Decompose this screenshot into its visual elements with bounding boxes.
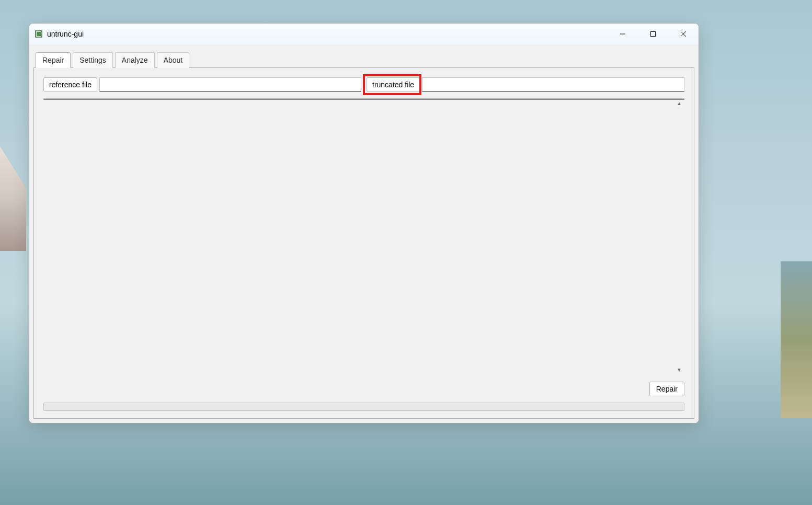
tab-analyze[interactable]: Analyze	[115, 52, 155, 68]
desktop-background-left	[0, 146, 26, 251]
repair-panel: reference file truncated file ▲ ▼ Repair	[33, 67, 694, 419]
output-wrapper: ▲ ▼	[43, 98, 684, 375]
scroll-up-icon: ▲	[677, 100, 683, 107]
window-controls	[608, 24, 699, 44]
reference-file-input[interactable]	[99, 77, 361, 92]
maximize-button[interactable]	[638, 24, 668, 44]
scroll-down-icon: ▼	[677, 367, 683, 373]
window-content: Repair Settings Analyze About reference …	[29, 44, 699, 423]
close-button[interactable]	[668, 24, 699, 44]
file-picker-row: reference file truncated file	[43, 77, 684, 92]
action-row: Repair	[43, 382, 684, 396]
window-title: untrunc-gui	[47, 30, 84, 38]
progress-bar	[43, 403, 684, 411]
reference-file-button[interactable]: reference file	[43, 77, 97, 92]
app-icon	[35, 30, 43, 38]
tab-bar: Repair Settings Analyze About	[33, 44, 694, 67]
repair-button[interactable]: Repair	[649, 382, 684, 396]
tab-about[interactable]: About	[157, 52, 190, 68]
truncated-file-button[interactable]: truncated file	[367, 77, 420, 92]
minimize-button[interactable]	[608, 24, 638, 44]
tab-repair[interactable]: Repair	[36, 52, 71, 68]
svg-rect-1	[37, 32, 41, 36]
desktop-background-right	[781, 261, 812, 418]
app-window: untrunc-gui Repair Settings Analyze Abou…	[29, 23, 699, 423]
svg-rect-3	[651, 32, 656, 37]
reference-file-group: reference file	[43, 77, 361, 92]
truncated-file-group: truncated file	[367, 77, 684, 92]
truncated-file-input[interactable]	[422, 77, 684, 92]
titlebar[interactable]: untrunc-gui	[29, 24, 699, 44]
tab-settings[interactable]: Settings	[73, 52, 113, 68]
output-textarea[interactable]	[43, 98, 684, 100]
